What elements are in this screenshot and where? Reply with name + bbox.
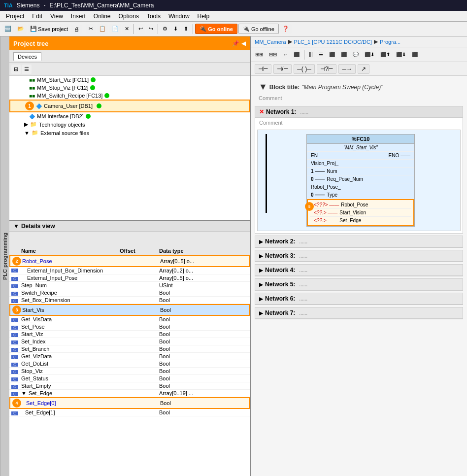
compile-button[interactable]: ⚙ — [160, 24, 170, 34]
network-1-header[interactable]: ✕ Network 1: ...... — [255, 106, 463, 118]
details-row-set-edge-1[interactable]: ⬡ Set_Edge[1] Bool — [9, 409, 250, 416]
tree-item-db1[interactable]: 1 🔷 Camera_User [DB1] — [9, 100, 250, 112]
details-row-set-index[interactable]: ⬡ Set_Index Bool — [9, 338, 250, 345]
rt-btn-12[interactable]: ⬛⬇ — [394, 50, 408, 59]
tree-item-fc11[interactable]: ■■ MM_Start_Viz [FC11] — [9, 76, 250, 84]
print-button[interactable]: 🖨 — [71, 25, 82, 34]
new-button[interactable]: 🆕 — [2, 24, 14, 34]
expand-icon[interactable]: ▶ — [259, 268, 263, 273]
expand-icon: ▶ — [24, 121, 28, 128]
menu-options[interactable]: Options — [115, 12, 143, 21]
details-row-set-branch[interactable]: ⬡ Set_Branch Bool — [9, 345, 250, 353]
menu-view[interactable]: View — [46, 12, 67, 21]
details-row-set-box-dim[interactable]: ⬡ Set_Box_Dimension Bool — [9, 297, 250, 304]
details-row-stop-viz[interactable]: ⬡ Stop_Viz Bool — [9, 368, 250, 375]
menu-window[interactable]: Window — [165, 12, 194, 21]
details-row-start-vis[interactable]: 3 Start_Vis Bool — [9, 304, 250, 316]
details-row-ext-box[interactable]: ⬡ External_Input_Box_Dimension Array[0..… — [9, 267, 250, 274]
tree-item-db2[interactable]: 🔷 MM Interface [DB2] — [9, 112, 250, 120]
undo-button[interactable]: ↩ — [136, 24, 145, 34]
rt-btn-3[interactable]: ↔ — [280, 50, 290, 59]
network-4-header[interactable]: ▶ Network 4: ...... — [255, 265, 463, 276]
details-row-get-vizdata[interactable]: ⬡ Get_VizData Bool — [9, 353, 250, 360]
menu-help[interactable]: Help — [194, 12, 214, 21]
expand-icon[interactable]: ▶ — [259, 239, 263, 244]
block-expand-icon[interactable]: ▼ — [259, 82, 267, 92]
lad-ncontact-btn[interactable]: ⊣/⊢ — [273, 64, 292, 74]
menu-edit[interactable]: Edit — [28, 12, 46, 21]
tree-pin-button[interactable]: 📌 — [232, 40, 239, 47]
rt-btn-2[interactable]: ⊟⊟ — [267, 50, 279, 59]
tree-item-ext-source[interactable]: ▼ 📁 External source files — [9, 129, 250, 137]
download-button[interactable]: ⬇ — [171, 24, 180, 34]
help-button[interactable]: ❓ — [280, 24, 292, 34]
rt-btn-6[interactable]: ☰ — [316, 50, 326, 59]
open-button[interactable]: 📂 — [15, 24, 27, 34]
save-button[interactable]: 💾 Save project — [28, 24, 70, 34]
details-row-get-status[interactable]: ⬡ Get_Status Bool — [9, 375, 250, 382]
menu-project[interactable]: Project — [2, 12, 28, 21]
details-row-set-edge-0[interactable]: 4 Set_Edge[0] Bool — [9, 397, 250, 409]
network-6-header[interactable]: ▶ Network 6: ...... — [255, 293, 463, 305]
network-7-header[interactable]: ▶ Network 7: ...... — [255, 307, 463, 319]
details-row-set-pose[interactable]: ⬡ Set_Pose Bool — [9, 323, 250, 331]
lad-output-btn[interactable]: ─( )─ — [294, 64, 314, 74]
details-row-start-empty[interactable]: ⬡ Start_Empty Bool — [9, 382, 250, 390]
tree-item-tech-objects[interactable]: ▶ 📁 Technology objects — [9, 120, 250, 129]
expand-icon[interactable]: ▶ — [259, 296, 263, 302]
expand-icon[interactable]: ▶ — [259, 253, 263, 259]
row-icon: ⬡ — [11, 368, 21, 374]
redo-button[interactable]: ↪ — [146, 24, 156, 34]
expand-icon[interactable]: ▶ — [259, 310, 263, 316]
row-icon: ⬡ — [11, 375, 21, 381]
rt-btn-4[interactable]: ⬛ — [291, 50, 302, 59]
network-5-header[interactable]: ▶ Network 5: ...... — [255, 279, 463, 290]
details-row-get-visdata[interactable]: ⬡ Get_VisData Bool — [9, 316, 250, 323]
details-row-step-num[interactable]: ⬡ Step_Num USInt — [9, 282, 250, 289]
tree-item-fc12[interactable]: ■■ MM_Stop_Viz [FC12] — [9, 84, 250, 92]
tree-view-toggle[interactable]: ⊞ — [11, 65, 21, 74]
paste-button[interactable]: 📄 — [109, 24, 121, 34]
go-offline-button[interactable]: 🔌 Go offline — [238, 24, 279, 34]
expand-triangle[interactable]: ▼ — [21, 390, 27, 396]
badge-4: 4 — [12, 399, 21, 408]
details-row-robot-pose[interactable]: 2 Robot_Pose Array[0..5] o... — [9, 255, 250, 267]
breadcrumb-item-2[interactable]: PLC_1 [CPU 1211C DC/DC/DC] — [294, 39, 372, 45]
details-row-switch-recipe[interactable]: ⬡ Switch_Recipe Bool — [9, 289, 250, 297]
rt-btn-11[interactable]: ⬛⬆ — [378, 50, 393, 59]
row-icon: ⬡ — [11, 353, 21, 359]
go-online-button[interactable]: 🔌 Go online — [195, 24, 237, 34]
cut-button[interactable]: ✂ — [86, 24, 96, 34]
menu-online[interactable]: Online — [90, 12, 115, 21]
expand-icon[interactable]: ▶ — [259, 282, 263, 287]
lad-special-btn[interactable]: ⊣?⊢ — [317, 64, 337, 74]
network-2-header[interactable]: ▶ Network 2: ...... — [255, 236, 463, 247]
details-row-set-edge[interactable]: ⬡ ▼ Set_Edge Array[0..19] ... — [9, 390, 250, 397]
upload-button[interactable]: ⬆ — [181, 24, 191, 34]
rt-btn-7[interactable]: ⬛ — [327, 50, 337, 59]
details-collapse-icon[interactable]: ▼ — [13, 223, 19, 230]
lad-contact-btn[interactable]: ⊣⊢ — [255, 64, 271, 74]
rt-btn-13[interactable]: ⬛ — [409, 50, 420, 59]
rt-btn-10[interactable]: ⬛⬇ — [362, 50, 377, 59]
lad-open-btn[interactable]: ↗ — [358, 64, 369, 74]
lad-wire-btn[interactable]: ─→ — [338, 64, 356, 74]
breadcrumb-item-1[interactable]: MM_Camera — [255, 39, 286, 45]
tab-devices[interactable]: Devices — [13, 52, 41, 61]
menu-tools[interactable]: Tools — [143, 12, 165, 21]
rt-btn-1[interactable]: ⊞⊞ — [253, 50, 266, 59]
details-row-ext-pose[interactable]: ⬡ External_Input_Pose Array[0..5] o... — [9, 274, 250, 282]
network-3-header[interactable]: ▶ Network 3: ...... — [255, 250, 463, 262]
details-row-get-dolist[interactable]: ⬡ Get_DoList Bool — [9, 360, 250, 368]
rt-btn-5[interactable]: ||| — [306, 50, 315, 59]
tree-close-button[interactable]: ◀ — [241, 40, 246, 47]
details-row-start-viz[interactable]: ⬡ Start_Viz Bool — [9, 331, 250, 338]
rt-btn-8[interactable]: ⬛ — [338, 50, 349, 59]
rt-btn-9[interactable]: 💬 — [350, 50, 361, 59]
menu-insert[interactable]: Insert — [67, 12, 90, 21]
delete-button[interactable]: ✕ — [122, 24, 132, 34]
tree-list-toggle[interactable]: ☰ — [22, 65, 32, 74]
breadcrumb-item-3[interactable]: Progra... — [380, 39, 400, 45]
tree-item-fc13[interactable]: ■■ MM_Switch_Recipe [FC13] — [9, 92, 250, 100]
copy-button[interactable]: 📋 — [97, 24, 108, 34]
